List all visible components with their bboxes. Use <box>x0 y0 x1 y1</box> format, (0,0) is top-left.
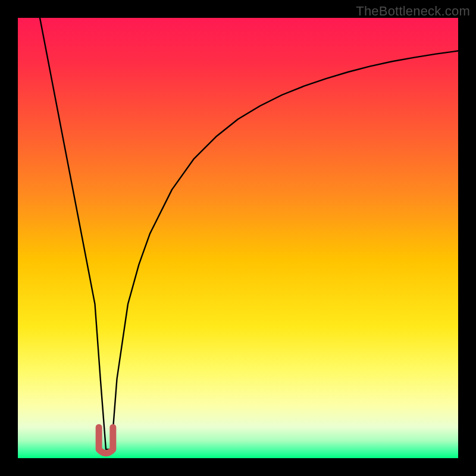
watermark-text: TheBottleneck.com <box>356 4 470 19</box>
plot-area <box>18 18 458 458</box>
chart-stage: TheBottleneck.com <box>0 0 476 476</box>
curve-layer <box>18 18 458 458</box>
bottleneck-curve <box>40 18 458 449</box>
